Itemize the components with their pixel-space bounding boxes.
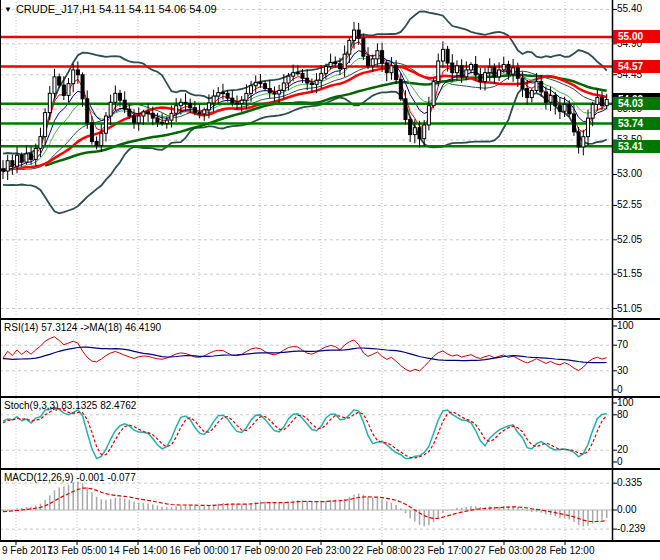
stoch-tick: 0 bbox=[617, 456, 623, 467]
resistance-level-badge: 54.57 bbox=[613, 60, 660, 73]
macd-tick: -0.239 bbox=[617, 523, 645, 534]
stoch-tick: 100 bbox=[617, 397, 634, 408]
price-tick: 51.55 bbox=[617, 268, 642, 279]
price-tick: 51.05 bbox=[617, 303, 642, 314]
rsi-tick: 100 bbox=[617, 320, 634, 331]
symbol-dropdown-icon[interactable]: ▼ bbox=[4, 5, 12, 14]
support-level-badge: 53.74 bbox=[613, 117, 660, 130]
macd-tick: 0.00 bbox=[617, 504, 636, 515]
time-tick: 22 Feb 08:00 bbox=[353, 545, 412, 556]
time-tick: 28 Feb 12:00 bbox=[536, 545, 595, 556]
macd-tick: 0.335 bbox=[617, 477, 642, 488]
panel-frame bbox=[0, 0, 660, 545]
time-tick: 13 Feb 05:00 bbox=[48, 545, 107, 556]
time-tick: 20 Feb 23:00 bbox=[292, 545, 351, 556]
support-level-badge: 54.03 bbox=[613, 97, 660, 110]
time-tick: 14 Feb 14:00 bbox=[109, 545, 168, 556]
stoch-tick: 20 bbox=[617, 444, 628, 455]
price-tick: 52.55 bbox=[617, 199, 642, 210]
macd-histogram bbox=[2, 481, 607, 526]
symbol-ohlc-label: CRUDE_J17,H1 54.11 54.11 54.06 54.09 bbox=[16, 3, 217, 15]
candles bbox=[2, 22, 609, 180]
time-tick: 9 Feb 2017 bbox=[2, 545, 53, 556]
trading-chart-window: ▼CRUDE_J17,H1 54.11 54.11 54.06 54.09 55… bbox=[0, 0, 660, 560]
time-tick: 17 Feb 09:00 bbox=[231, 545, 290, 556]
macd-signal-line bbox=[3, 488, 607, 522]
medium-ma-red bbox=[3, 67, 607, 171]
rsi-tick: 70 bbox=[617, 339, 628, 350]
rsi-indicator-label: RSI(14) 57.3124 ->MA(18) 46.4190 bbox=[4, 322, 161, 333]
macd-indicator-label: MACD(12,26,9) -0.001 -0.077 bbox=[4, 472, 136, 483]
price-tick: 53.00 bbox=[617, 168, 642, 179]
rsi-tick: 30 bbox=[617, 365, 628, 376]
rsi-ma-line bbox=[3, 347, 607, 363]
rsi-line bbox=[3, 337, 607, 372]
support-level-badge: 53.41 bbox=[613, 140, 660, 153]
time-tick: 27 Feb 03:00 bbox=[475, 545, 534, 556]
rsi-tick: 0 bbox=[617, 384, 623, 395]
price-tick: 52.05 bbox=[617, 234, 642, 245]
resistance-level-badge: 55.00 bbox=[613, 30, 660, 43]
chart-title: ▼CRUDE_J17,H1 54.11 54.11 54.06 54.09 bbox=[4, 3, 217, 15]
price-tick: 55.40 bbox=[617, 3, 642, 14]
time-tick: 16 Feb 00:00 bbox=[170, 545, 229, 556]
stoch-tick: 80 bbox=[617, 409, 628, 420]
time-tick: 23 Feb 17:00 bbox=[414, 545, 473, 556]
stochastic-indicator-label: Stoch(9,3,3) 83.1325 82.4762 bbox=[4, 400, 136, 411]
